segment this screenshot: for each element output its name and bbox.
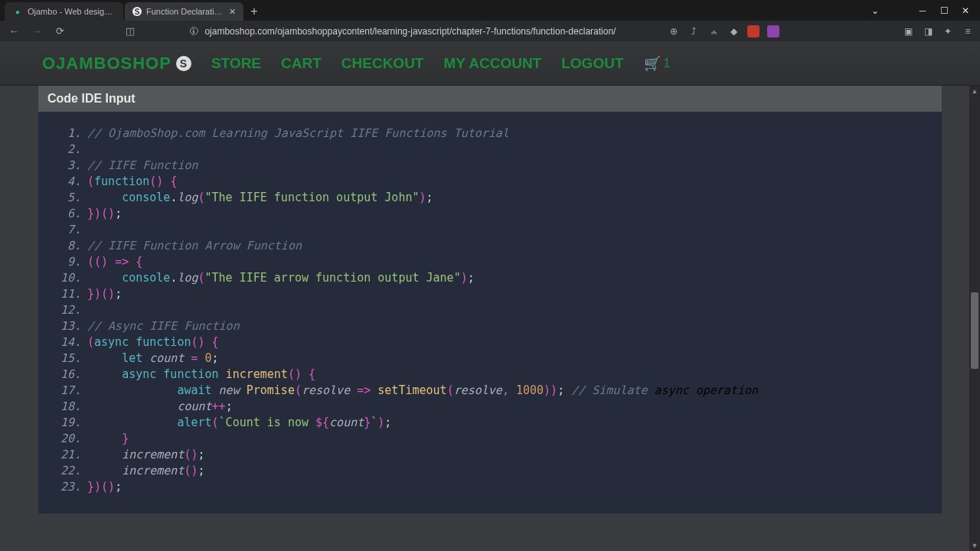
code-line: 13// Async IIFE Function xyxy=(57,318,923,334)
forward-button[interactable]: → xyxy=(29,24,44,39)
rss-icon[interactable]: ஃ xyxy=(707,25,720,37)
cart-icon: 🛒 xyxy=(644,55,661,72)
page-content: ▲ ▼ Code IDE Input 1// OjamboShop.com Le… xyxy=(0,86,980,551)
brand-s-icon: S xyxy=(176,56,191,71)
code-line: 21 increment(); xyxy=(57,447,923,463)
code-line: 22 increment(); xyxy=(57,463,923,479)
code-line: 7 xyxy=(57,222,923,238)
panel-icon[interactable]: ◨ xyxy=(922,25,934,37)
minimize-button[interactable]: ─ xyxy=(917,5,928,16)
window-controls: ⌄ ─ ☐ ✕ xyxy=(861,5,980,16)
back-button[interactable]: ← xyxy=(6,24,21,39)
ide-header: Code IDE Input xyxy=(38,86,942,112)
code-line: 19 alert(`Count is now ${count}`); xyxy=(57,415,923,431)
code-line: 6})(); xyxy=(57,206,923,222)
shield-icon[interactable]: ◆ xyxy=(727,25,740,37)
code-line: 18 count++; xyxy=(57,399,923,415)
code-line: 14(async function() { xyxy=(57,334,923,350)
nav-logout[interactable]: LOGOUT xyxy=(561,55,623,72)
code-line: 2 xyxy=(57,142,923,158)
browser-tab-inactive[interactable]: ● Ojambo - Web design, Program xyxy=(5,2,123,21)
url-field[interactable]: 🛈 ojamboshop.com/ojamboshoppaycontent/le… xyxy=(145,26,660,37)
share-icon[interactable]: ⤴ xyxy=(688,25,700,37)
code-line: 15 let count = 0; xyxy=(57,350,923,367)
chevron-down-icon[interactable]: ⌄ xyxy=(870,5,880,16)
code-line: 20 } xyxy=(57,431,923,447)
code-line: 17 await new Promise(resolve => setTimeo… xyxy=(57,383,923,399)
maximize-button[interactable]: ☐ xyxy=(939,5,949,16)
browser-tab-active[interactable]: S Function Declaration - Oja ✕ xyxy=(125,2,243,21)
url-text: ojamboshop.com/ojamboshoppaycontent/lear… xyxy=(204,26,616,37)
code-ide: Code IDE Input 1// OjamboShop.com Learni… xyxy=(38,86,942,514)
zoom-icon[interactable]: ⊕ xyxy=(668,25,680,37)
nav-store[interactable]: STORE xyxy=(211,55,261,72)
code-line: 5 console.log("The IIFE function output … xyxy=(57,190,923,206)
close-window-button[interactable]: ✕ xyxy=(960,5,971,16)
reload-button[interactable]: ⟳ xyxy=(52,24,67,39)
page-scrollbar[interactable]: ▲ ▼ xyxy=(969,86,980,551)
code-line: 4(function() { xyxy=(57,174,923,190)
favicon-icon: S xyxy=(132,7,142,16)
code-line: 1// OjamboShop.com Learning JavaScript I… xyxy=(57,126,923,142)
extension-1-icon[interactable] xyxy=(747,25,760,37)
code-line: 16 async function increment() { xyxy=(57,367,923,383)
sidebar-icon[interactable]: ▣ xyxy=(902,25,914,37)
window-titlebar: ● Ojambo - Web design, Program S Functio… xyxy=(0,0,980,21)
menu-icon[interactable]: ≡ xyxy=(962,25,974,37)
code-line: 11})(); xyxy=(57,286,923,302)
brand-text: OJAMBOSHOP xyxy=(42,54,172,73)
cart-indicator[interactable]: 🛒 1 xyxy=(644,55,671,72)
site-nav: OJAMBOSHOP S STORE CART CHECKOUT MY ACCO… xyxy=(0,41,980,86)
extension-2-icon[interactable] xyxy=(767,25,779,37)
url-right-icons: ⊕ ⤴ ஃ ◆ ▣ ◨ ✦ ≡ xyxy=(668,25,974,37)
scroll-down-button[interactable]: ▼ xyxy=(969,540,980,551)
tab-label: Function Declaration - Oja xyxy=(146,7,224,16)
scroll-up-button[interactable]: ▲ xyxy=(969,86,980,96)
code-line: 12 xyxy=(57,302,923,318)
code-line: 8// IIFE Function Arrow Function xyxy=(57,238,923,254)
brand-logo[interactable]: OJAMBOSHOP S xyxy=(42,54,191,73)
close-icon[interactable]: ✕ xyxy=(229,7,236,17)
nav-cart[interactable]: CART xyxy=(281,55,322,72)
lock-icon: 🛈 xyxy=(189,26,198,37)
url-bar: ← → ⟳ ◫ 🛈 ojamboshop.com/ojamboshoppayco… xyxy=(0,21,980,41)
code-block[interactable]: 1// OjamboShop.com Learning JavaScript I… xyxy=(38,112,942,514)
sparkle-icon[interactable]: ✦ xyxy=(942,25,954,37)
favicon-icon: ● xyxy=(12,6,23,17)
code-line: 9(() => { xyxy=(57,254,923,270)
nav-account[interactable]: MY ACCOUNT xyxy=(443,55,541,72)
cart-count: 1 xyxy=(664,57,671,70)
code-line: 23})(); xyxy=(57,479,923,495)
tab-label: Ojambo - Web design, Program xyxy=(28,7,116,16)
browser-tabs: ● Ojambo - Web design, Program S Functio… xyxy=(0,0,263,21)
bookmark-icon[interactable]: ◫ xyxy=(122,24,138,39)
scroll-thumb[interactable] xyxy=(971,292,978,369)
new-tab-button[interactable]: + xyxy=(245,2,263,21)
code-line: 10 console.log("The IIFE arrow function … xyxy=(57,270,923,286)
code-line: 3// IIFE Function xyxy=(57,158,923,174)
nav-checkout[interactable]: CHECKOUT xyxy=(341,55,424,72)
